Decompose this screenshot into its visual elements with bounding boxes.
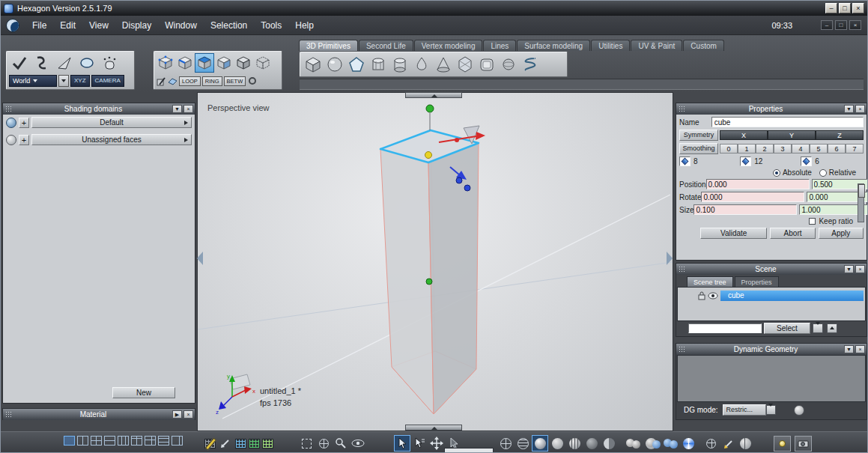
brush-icon[interactable]	[720, 436, 735, 451]
cube-points-icon[interactable]	[156, 53, 175, 73]
select-down-button[interactable]	[813, 323, 823, 333]
dg-mode-dropdown[interactable]: Restric...	[723, 404, 766, 416]
world-dropdown[interactable]: World	[9, 75, 57, 87]
collapse-panel-button[interactable]: ▼	[172, 105, 182, 113]
sphere-swirl-icon[interactable]	[681, 436, 696, 451]
absolute-radio[interactable]	[773, 169, 780, 177]
menu-window[interactable]: Window	[158, 17, 204, 34]
menu-view[interactable]: View	[82, 17, 115, 34]
camera-button[interactable]: CAMERA	[91, 75, 124, 87]
3d-scene[interactable]: y x z	[198, 93, 673, 431]
layout-split-t[interactable]	[131, 436, 142, 446]
shading-domain-default[interactable]: Default	[31, 117, 192, 128]
sphere-pair-1-icon[interactable]	[646, 436, 661, 451]
light-box-icon[interactable]	[774, 436, 791, 452]
smooth-sphere-icon[interactable]	[532, 436, 547, 451]
grid-cylinder-primitive-icon[interactable]	[367, 54, 389, 75]
size-x-input[interactable]	[694, 204, 797, 215]
layout-split-4[interactable]	[91, 436, 102, 446]
panel-close-button[interactable]: ×	[849, 20, 861, 30]
cube-group-icon[interactable]	[253, 53, 273, 73]
layout-split-2v[interactable]	[77, 436, 88, 446]
menu-help[interactable]: Help	[288, 17, 321, 34]
close-panel-button[interactable]: ×	[183, 105, 193, 113]
wire-ball-icon[interactable]	[703, 436, 718, 451]
new-domain-button[interactable]: New	[112, 387, 175, 398]
expand-arrow-icon[interactable]	[184, 121, 188, 125]
add-domain-button[interactable]: +	[19, 118, 29, 128]
close-panel-button[interactable]: ×	[855, 345, 865, 353]
layout-split-3h[interactable]	[158, 436, 169, 446]
layout-split-2h[interactable]	[104, 436, 115, 446]
faces-sphere-icon[interactable]	[6, 135, 16, 145]
camera-box-icon[interactable]	[795, 436, 812, 452]
close-panel-button[interactable]: ×	[855, 105, 865, 113]
surface-icon[interactable]	[168, 76, 177, 86]
right-splitter-handle[interactable]	[667, 252, 673, 265]
arrow-select-icon[interactable]	[395, 436, 410, 451]
xyz-button[interactable]: XYZ	[70, 75, 90, 87]
eye-icon[interactable]	[708, 292, 718, 300]
layout-split-right[interactable]	[172, 436, 183, 446]
menu-file[interactable]: File	[25, 17, 53, 34]
grip-icon[interactable]	[679, 106, 685, 112]
gizmo-y-handle[interactable]	[426, 105, 434, 112]
smoothing-level-0[interactable]: 0	[720, 144, 738, 153]
world-dropdown-arrow[interactable]	[58, 75, 69, 87]
cube-object[interactable]	[380, 130, 479, 414]
smoothing-level-7[interactable]: 7	[846, 144, 864, 153]
grid-blue-icon[interactable]	[235, 439, 246, 449]
uv-edit-icon[interactable]	[204, 439, 216, 449]
menu-edit[interactable]: Edit	[53, 17, 82, 34]
smoothing-level-3[interactable]: 3	[774, 144, 792, 153]
check-tool-icon[interactable]	[8, 53, 31, 73]
dart-tool-icon[interactable]	[53, 53, 76, 73]
smoothing-level-2[interactable]: 2	[756, 144, 774, 153]
perspective-viewport[interactable]: y x z Perspective view untitled_1 * fps …	[197, 92, 673, 431]
frame-select-icon[interactable]	[299, 436, 314, 451]
collapse-panel-button[interactable]: ▼	[844, 105, 854, 113]
minimize-button[interactable]: –	[825, 3, 837, 13]
close-panel-button[interactable]: ×	[183, 410, 193, 419]
line-sphere-icon[interactable]	[567, 436, 582, 451]
smoothing-level-4[interactable]: 4	[792, 144, 810, 153]
smoothing-level-5[interactable]: 5	[810, 144, 828, 153]
eye-icon[interactable]	[350, 436, 365, 451]
expand-panel-button[interactable]: ▶	[172, 410, 182, 419]
tab-uv-paint[interactable]: UV & Paint	[631, 40, 682, 51]
left-splitter-handle[interactable]	[197, 252, 203, 265]
tab-3d-primitives[interactable]: 3D Primitives	[299, 40, 358, 51]
gem-primitive-icon[interactable]	[454, 54, 476, 75]
range-icon[interactable]	[801, 156, 812, 166]
dg-sphere-icon[interactable]	[794, 405, 804, 416]
gizmo-x-arrow[interactable]	[476, 132, 485, 140]
abort-button[interactable]: Abort	[770, 228, 815, 239]
cube-object-icon[interactable]	[234, 53, 253, 73]
shading-domain-unassigned[interactable]: Unassigned faces	[31, 134, 192, 145]
tab-custom[interactable]: Custom	[683, 40, 723, 51]
tab-surface-modeling[interactable]: Surface modeling	[517, 40, 590, 51]
menu-tools[interactable]: Tools	[254, 17, 288, 34]
layout-single[interactable]	[64, 436, 75, 446]
tab-second-life[interactable]: Second Life	[359, 40, 413, 51]
ring-select-icon[interactable]	[247, 76, 257, 86]
tab-scene-tree[interactable]: Scene tree	[687, 276, 733, 287]
gizmo-center-handle[interactable]	[425, 152, 432, 159]
pencil-icon[interactable]	[157, 76, 166, 86]
maximize-button[interactable]: □	[839, 3, 851, 13]
cube-primitive-icon[interactable]	[302, 54, 324, 75]
range-icon[interactable]	[679, 156, 691, 166]
grid-green2-icon[interactable]	[262, 439, 273, 449]
layout-split-3v[interactable]	[118, 436, 129, 446]
lamp-tool-icon[interactable]	[98, 53, 121, 73]
cylinder-primitive-icon[interactable]	[389, 54, 410, 75]
close-panel-button[interactable]: ×	[855, 265, 865, 273]
bottom-splitter-handle[interactable]	[405, 425, 462, 431]
zoom-icon[interactable]	[333, 436, 348, 451]
axis-y-header[interactable]: Y	[768, 130, 816, 140]
select-up-button[interactable]	[827, 323, 837, 333]
teardrop-primitive-icon[interactable]	[410, 54, 432, 75]
tab-vertex-modeling[interactable]: Vertex modeling	[414, 40, 483, 51]
uv-ball-icon[interactable]	[738, 436, 753, 451]
symmetry-button[interactable]: Symmetry	[679, 130, 718, 141]
